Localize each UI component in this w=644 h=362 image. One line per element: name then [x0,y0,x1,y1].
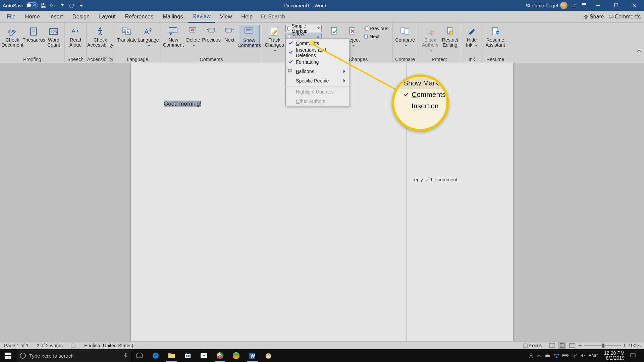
mic-icon[interactable] [124,353,128,359]
focus-mode-button[interactable]: Focus [519,343,546,348]
next-comment-button[interactable]: Next [221,25,238,43]
tab-file[interactable]: File [2,11,20,23]
hide-ink-button[interactable]: HideInk [463,25,481,48]
menu-item-highlight-updates: Highlight Updates [286,87,349,97]
close-button[interactable] [627,0,642,11]
account-button[interactable]: Stefanie Fogel [526,2,568,9]
svg-rect-92 [188,355,190,357]
tray-onedrive-icon[interactable] [544,353,551,358]
autosave-pill[interactable]: Off [26,2,38,8]
svg-marker-39 [232,29,234,30]
translate-button[interactable]: 文A Translate [116,25,137,43]
tab-design[interactable]: Design [68,11,94,23]
zoom-in-button[interactable]: + [623,342,627,349]
previous-comment-button[interactable]: Previous [203,25,220,43]
show-desktop-strip[interactable] [640,349,642,362]
taskbar-search[interactable]: Type here to search [16,349,131,362]
maximize-button[interactable] [608,0,624,11]
collapse-ribbon-icon[interactable] [637,49,641,52]
ribbon: abc CheckDocument Thesaurus 123 WordCoun… [0,23,644,63]
tab-mailings[interactable]: Mailings [158,11,188,23]
tab-view[interactable]: View [215,11,236,23]
delete-comment-button[interactable]: Delete [184,25,202,48]
magnifier-row-comments: Comments [392,89,449,100]
status-page[interactable]: Page 1 of 1 [0,343,33,348]
previous-change-button[interactable]: Previous [362,25,390,32]
group-label-compare: Compare [393,56,418,63]
zoom-slider[interactable] [584,345,621,346]
tray-wifi-icon[interactable] [572,353,578,358]
search-placeholder: Type here to search [29,353,74,359]
menu-item-balloons[interactable]: Balloons [286,67,349,76]
tray-clock[interactable]: 12:20 PM 8/2/2019 [601,351,627,361]
taskbar-chrome[interactable] [212,349,228,362]
restrict-editing-button[interactable]: RestrictEditing [441,25,459,48]
save-icon[interactable] [40,2,47,9]
menu-item-insertions-deletions[interactable]: Insertions and Deletions [286,48,349,57]
redo-icon[interactable] [68,2,75,9]
tab-insert[interactable]: Insert [45,11,68,23]
web-layout-button[interactable] [568,342,576,349]
print-layout-button[interactable] [558,342,566,349]
zoom-level[interactable]: 100% [628,343,641,348]
task-view-button[interactable] [131,349,148,362]
tray-notifications-icon[interactable] [630,353,636,358]
tab-layout[interactable]: Layout [94,11,120,23]
compare-button[interactable]: Compare [395,25,416,48]
magnifier-row-insertions: Insertion [392,100,449,112]
tray-expand-icon[interactable] [537,354,541,357]
undo-menu-icon[interactable] [59,2,66,9]
minimize-button[interactable] [590,0,606,11]
ribbon-display-icon[interactable] [580,2,588,9]
qat-customize-icon[interactable] [77,2,85,9]
tray-people-icon[interactable] [527,349,535,362]
tab-references[interactable]: References [120,11,158,23]
status-word-count[interactable]: 2 of 2 words [33,343,67,348]
taskbar-file-explorer[interactable] [164,349,180,362]
tab-help[interactable]: Help [236,11,257,23]
taskbar-word[interactable]: W [244,349,260,362]
autosave-toggle[interactable]: AutoSave Off [3,2,38,8]
show-comments-button[interactable]: ShowComments [239,25,260,48]
drawing-mode-icon[interactable] [570,2,578,9]
tray-language[interactable]: ENG [588,353,599,358]
document-text[interactable]: Good morning! [164,101,201,107]
status-language[interactable]: English (United States) [80,343,137,348]
undo-icon[interactable] [49,2,57,9]
block-authors-button[interactable]: BlockAuthors [420,25,441,53]
tray-battery-icon[interactable] [562,354,569,358]
svg-text:123: 123 [51,30,57,34]
track-changes-button[interactable]: TrackChanges [264,25,285,53]
resume-assistant-button[interactable]: in ResumeAssistant [485,25,506,48]
read-aloud-button[interactable]: A ReadAloud [67,25,84,48]
comments-button[interactable]: Comments [609,14,641,20]
svg-rect-88 [168,353,171,355]
taskbar-app-generic[interactable] [228,349,244,362]
start-button[interactable] [0,349,16,362]
status-spellcheck-icon[interactable] [67,343,80,348]
word-count-button[interactable]: 123 WordCount [45,25,62,48]
menu-item-specific-people[interactable]: Specific People [286,76,349,85]
svg-text:A: A [144,28,149,35]
taskbar-store[interactable] [180,349,196,362]
share-button[interactable]: Share [584,14,604,20]
read-mode-button[interactable] [548,342,556,349]
taskbar-edge[interactable] [148,349,164,362]
svg-point-103 [268,354,269,355]
tab-home[interactable]: Home [20,11,45,23]
search-box[interactable]: Search [261,14,285,20]
tab-review[interactable]: Review [188,11,215,23]
svg-marker-3 [61,4,64,6]
taskbar-mail[interactable] [196,349,212,362]
zoom-out-button[interactable]: − [578,342,582,349]
check-document-button[interactable]: abc CheckDocument [2,25,23,48]
thesaurus-button[interactable]: Thesaurus [23,25,44,43]
tray-volume-icon[interactable] [580,353,586,358]
new-comment-button[interactable]: NewComment [163,25,184,48]
selected-text[interactable]: Good morning! [164,101,201,107]
language-button[interactable]: A字 Language [138,25,159,48]
next-change-button[interactable]: Next [362,33,390,40]
taskbar-paint[interactable] [260,349,276,362]
check-accessibility-button[interactable]: CheckAccessibility [89,25,112,48]
tray-dropbox-icon[interactable] [553,353,559,358]
